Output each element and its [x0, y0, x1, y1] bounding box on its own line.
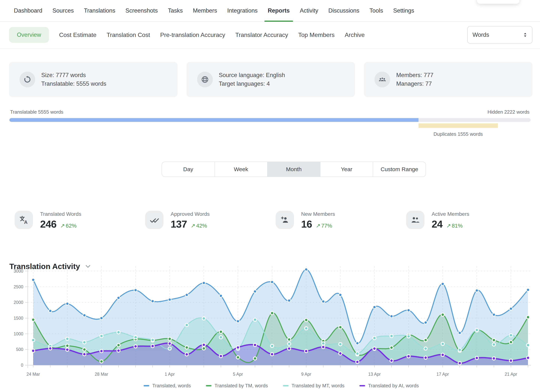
trend-up-arrow-icon: ↗: [446, 223, 451, 229]
translatable-bar-fill: [9, 118, 419, 122]
kpi-value: 16: [301, 218, 312, 230]
summary-card-1: Size: 7777 wordsTranslatable: 5555 words: [9, 62, 178, 97]
nav-item-dashboard[interactable]: Dashboard: [14, 0, 42, 21]
report-tab-overview[interactable]: Overview: [9, 27, 49, 43]
refresh-icon: [20, 72, 35, 87]
report-tabs-bar: OverviewCost EstimateTranslation CostPre…: [0, 21, 540, 49]
kpi-value: 137: [171, 218, 187, 230]
report-tab-cost-estimate[interactable]: Cost Estimate: [59, 31, 96, 38]
range-tab-year[interactable]: Year: [320, 162, 373, 177]
legend-item-translated-by-ai-words[interactable]: Translated by AI, words: [360, 383, 419, 389]
legend-label: Translated by AI, words: [368, 383, 419, 389]
svg-text:0: 0: [21, 363, 23, 368]
word-breakdown-labels: Translatable 5555 words Hidden 2222 word…: [10, 109, 530, 115]
svg-text:2000: 2000: [14, 300, 23, 305]
card-line-1: Source language: English: [219, 71, 285, 79]
legend-item-translated-by-tm-words[interactable]: Translated by TM, words: [206, 383, 268, 389]
nav-item-screenshots[interactable]: Screenshots: [125, 0, 158, 21]
duplicates-words-label: Duplicates 1555 words: [434, 131, 483, 137]
legend-marker-icon: [206, 385, 211, 386]
kpi-delta-value: 81%: [452, 223, 463, 229]
svg-text:5 Apr: 5 Apr: [233, 372, 243, 377]
range-tab-day[interactable]: Day: [162, 162, 215, 177]
report-tab-translation-cost[interactable]: Translation Cost: [106, 31, 150, 38]
range-tab-month[interactable]: Month: [267, 162, 320, 177]
legend-marker-icon: [144, 385, 149, 386]
translation-activity-chart: 05001000150020002500300024 Mar28 Mar1 Ap…: [0, 259, 540, 384]
svg-text:A: A: [24, 219, 28, 225]
units-select-value: Words: [472, 31, 489, 38]
nav-item-reports[interactable]: Reports: [268, 0, 290, 21]
legend-label: Translated by TM, words: [215, 383, 268, 389]
kpi-label: Translated Words: [40, 211, 81, 217]
svg-text:1000: 1000: [14, 332, 23, 336]
nav-item-tasks[interactable]: Tasks: [168, 0, 183, 21]
kpi-label: Approved Words: [171, 211, 210, 217]
top-navigation-items: DashboardSourcesTranslationsScreenshotsT…: [14, 0, 414, 21]
range-tab-custom-range[interactable]: Custom Range: [373, 162, 426, 177]
svg-text:21 Apr: 21 Apr: [505, 372, 517, 377]
trend-up-arrow-icon: ↗: [316, 223, 320, 229]
legend-item-translated-by-mt-words[interactable]: Translated by MT, words: [283, 383, 345, 389]
svg-text:24 Mar: 24 Mar: [26, 372, 40, 377]
report-tab-archive[interactable]: Archive: [345, 31, 365, 38]
report-tab-pre-translation-accuracy[interactable]: Pre-translation Accuracy: [160, 31, 225, 38]
nav-item-translations[interactable]: Translations: [84, 0, 115, 21]
summary-card-2: Source language: EnglishTarget languages…: [187, 62, 355, 97]
card-line-1: Members: 777: [396, 71, 433, 79]
person-add-icon: [276, 211, 294, 229]
legend-item-translated-words[interactable]: Translated, words: [144, 383, 191, 389]
hidden-words-label: Hidden 2222 words: [488, 109, 530, 115]
summary-cards: Size: 7777 wordsTranslatable: 5555 words…: [9, 62, 532, 97]
kpi-delta-value: 42%: [196, 223, 207, 229]
select-sorter-icon: [523, 32, 527, 38]
kpi-delta: ↗81%: [446, 222, 463, 229]
kpi-delta-value: 62%: [66, 223, 76, 229]
double-check-icon: [145, 211, 164, 229]
people-icon: [406, 211, 425, 229]
legend-label: Translated, words: [152, 383, 191, 389]
members-icon: [375, 72, 390, 87]
kpi-active-members: Active Members24↗81%: [400, 211, 531, 230]
svg-text:1 Apr: 1 Apr: [165, 372, 175, 377]
kpi-label: Active Members: [432, 211, 469, 217]
svg-text:3000: 3000: [14, 269, 23, 273]
legend-label: Translated by MT, words: [292, 383, 345, 389]
report-tab-top-members[interactable]: Top Members: [298, 31, 335, 38]
report-tabs: OverviewCost EstimateTranslation CostPre…: [9, 27, 365, 43]
nav-item-members[interactable]: Members: [193, 0, 217, 21]
units-select[interactable]: Words: [467, 26, 532, 44]
translatable-words-label: Translatable 5555 words: [10, 109, 63, 115]
nav-item-sources[interactable]: Sources: [52, 0, 74, 21]
kpi-delta-value: 77%: [321, 223, 332, 229]
kpi-label: New Members: [301, 211, 335, 217]
svg-text:13 Apr: 13 Apr: [368, 372, 381, 377]
nav-item-tools[interactable]: Tools: [370, 0, 383, 21]
svg-text:500: 500: [16, 347, 23, 352]
kpi-row: ATranslated Words246↗62%Approved Words13…: [9, 211, 531, 230]
duplicates-bar: [419, 123, 498, 128]
reports-overview-page: DashboardSourcesTranslationsScreenshotsT…: [0, 0, 540, 392]
translate-icon: A: [15, 211, 33, 229]
kpi-new-members: New Members16↗77%: [270, 211, 400, 230]
nav-item-activity[interactable]: Activity: [300, 0, 318, 21]
nav-item-discussions[interactable]: Discussions: [328, 0, 359, 21]
nav-item-settings[interactable]: Settings: [393, 0, 414, 21]
svg-text:28 Mar: 28 Mar: [95, 372, 108, 377]
card-line-2: Managers: 77: [396, 79, 433, 88]
top-navigation: DashboardSourcesTranslationsScreenshotsT…: [0, 0, 540, 22]
kpi-delta: ↗62%: [60, 222, 76, 229]
svg-text:2500: 2500: [14, 284, 23, 289]
card-line-1: Size: 7777 words: [41, 71, 106, 79]
svg-text:17 Apr: 17 Apr: [436, 372, 449, 377]
globe-icon: [197, 72, 213, 87]
date-range-tabs: DayWeekMonthYearCustom Range: [162, 162, 426, 177]
nav-item-integrations[interactable]: Integrations: [227, 0, 258, 21]
trend-up-arrow-icon: ↗: [60, 223, 65, 229]
card-line-2: Translatable: 5555 words: [41, 79, 106, 88]
kpi-value: 246: [40, 218, 56, 230]
report-tab-translator-accuracy[interactable]: Translator Accuracy: [235, 31, 288, 38]
kpi-delta: ↗42%: [191, 222, 207, 229]
range-tab-week[interactable]: Week: [215, 162, 267, 177]
card-line-2: Target languages: 4: [219, 79, 285, 88]
